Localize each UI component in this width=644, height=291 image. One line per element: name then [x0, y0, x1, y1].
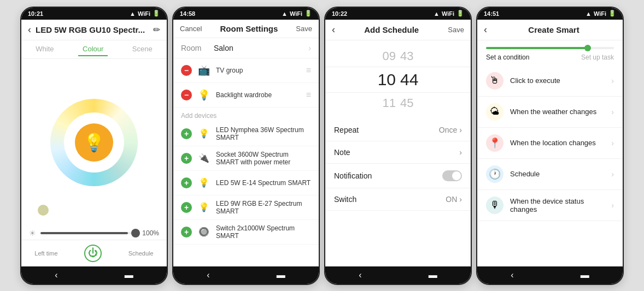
smart-item-1[interactable]: 🌤 When the weather changes › [477, 97, 623, 128]
weather-icon: 🌤 [490, 106, 500, 117]
brightness-value: 100% [142, 229, 159, 237]
schedule-smart-label: Schedule [510, 170, 605, 178]
cancel-button[interactable]: Cancel [180, 25, 202, 33]
nav-home-icon-3[interactable]: ▬ [429, 270, 437, 280]
room-chevron-icon[interactable]: › [308, 44, 311, 52]
note-chevron-icon: › [459, 148, 462, 157]
remove-tv-button[interactable]: − [181, 65, 192, 76]
location-icon: 📍 [489, 137, 501, 149]
tab-white[interactable]: White [31, 43, 58, 56]
nav-bar-3: ‹ ▬ [325, 266, 471, 284]
save-button-2[interactable]: Save [296, 25, 312, 33]
time-row-0[interactable]: 09 43 [325, 46, 471, 67]
brightness-row: ☀ 100% [21, 227, 167, 240]
location-chevron-icon: › [611, 139, 614, 147]
nav-back-icon-3[interactable]: ‹ [359, 270, 361, 280]
click-icon: 🖱 [490, 75, 500, 86]
remove-backlight-button[interactable]: − [181, 90, 192, 100]
switch-value: ON › [446, 195, 462, 204]
save-button-3[interactable]: Save [448, 26, 464, 34]
add-switch-button[interactable]: + [181, 227, 192, 237]
notification-row: Notification [325, 164, 471, 188]
color-wheel-area[interactable]: 💡 [21, 59, 167, 227]
nav-home-icon-4[interactable]: ▬ [581, 270, 589, 280]
progress-thumb [584, 45, 591, 51]
device-status-icon-box: 🎙 [486, 197, 504, 214]
p1-header: ‹ LED 5W RGB GU10 Spectr... ✏ [21, 20, 167, 40]
phone1-content: ‹ LED 5W RGB GU10 Spectr... ✏ White Colo… [21, 20, 167, 266]
time-row-2[interactable]: 11 45 [325, 93, 471, 114]
schedule-chevron-icon: › [611, 170, 614, 179]
add-device-3[interactable]: + 💡 LED 9W RGB E-27 Spectrum SMART [173, 195, 319, 220]
switch-val-text: ON [446, 195, 457, 204]
smart-item-4[interactable]: 🎙 When the device status changes › [477, 190, 623, 221]
task-tab[interactable]: Set up task [581, 54, 614, 61]
time-3: 10:22 [332, 10, 347, 17]
add-device-2[interactable]: + 💡 LED 5W E-14 Spectrum SMART [173, 171, 319, 195]
condition-tab[interactable]: Set a condition [486, 54, 529, 61]
drag-handle-tv[interactable]: ≡ [306, 66, 311, 75]
time-row-1[interactable]: 10 44 [325, 67, 471, 93]
left-time-item: Left time [34, 250, 57, 257]
brightness-slider[interactable] [40, 232, 138, 234]
back-button-1[interactable]: ‹ [28, 24, 31, 35]
backlight-icon: 💡 [198, 89, 210, 101]
nav-back-icon-4[interactable]: ‹ [511, 270, 513, 280]
power-item[interactable]: ⏻ [84, 245, 102, 262]
phone-4: 14:51 ▲ WiFi 🔋 ‹ Create Smart Set a cond… [476, 7, 624, 285]
status-icons-3: ▲ WiFi 🔋 [434, 10, 464, 17]
left-time-label: Left time [34, 250, 57, 257]
nav-back-icon[interactable]: ‹ [55, 270, 57, 280]
tab-scene[interactable]: Scene [128, 43, 157, 56]
drag-handle-backlight[interactable]: ≡ [306, 90, 311, 100]
smart-item-2[interactable]: 📍 When the location changes › [477, 128, 623, 159]
battery-icon: 🔋 [153, 10, 160, 17]
color-ring[interactable]: 💡 [50, 99, 138, 186]
notification-label: Notification [334, 171, 372, 180]
smart-item-0[interactable]: 🖱 Click to execute › [477, 66, 623, 97]
switch-device-name: Switch 2x1000W Spectrum SMART [216, 224, 311, 240]
min-0: 43 [400, 49, 413, 63]
notification-toggle[interactable] [442, 170, 462, 181]
add-device-1[interactable]: + 🔌 Socket 3600W Spectrum SMART with pow… [173, 146, 319, 171]
back-button-4[interactable]: ‹ [484, 24, 487, 35]
add-led2-button[interactable]: + [181, 177, 192, 188]
smart-item-3[interactable]: 🕐 Schedule › [477, 159, 623, 190]
nav-home-icon-2[interactable]: ▬ [277, 270, 285, 280]
room-settings-title: Room Settings [220, 24, 278, 33]
phone4-content: ‹ Create Smart Set a condition Set up ta… [477, 20, 623, 266]
nav-home-icon[interactable]: ▬ [125, 270, 133, 280]
status-bar-2: 14:58 ▲ WiFi 🔋 [173, 8, 319, 20]
p4-header: ‹ Create Smart [477, 20, 623, 40]
note-row[interactable]: Note › [325, 141, 471, 164]
power-button[interactable]: ⏻ [84, 245, 102, 262]
add-devices-label: Add devices [173, 108, 319, 122]
add-socket-button[interactable]: + [181, 153, 192, 164]
tab-colour[interactable]: Colour [78, 43, 108, 56]
edit-icon[interactable]: ✏ [153, 25, 160, 35]
schedule-item[interactable]: Schedule [128, 250, 154, 257]
color-selector[interactable] [38, 205, 49, 216]
led2-device-name: LED 5W E-14 Spectrum SMART [216, 179, 311, 187]
slider-thumb[interactable] [131, 229, 140, 237]
time-1: 10:21 [28, 10, 43, 17]
led-icon: 💡 [198, 128, 209, 139]
min-1: 44 [400, 70, 418, 89]
add-device-4[interactable]: + 🔘 Switch 2x1000W Spectrum SMART [173, 220, 319, 245]
switch-row[interactable]: Switch ON › [325, 188, 471, 211]
slider-fill [40, 232, 128, 234]
status-bar-3: 10:22 ▲ WiFi 🔋 [325, 8, 471, 20]
schedule-label: Schedule [128, 250, 154, 257]
add-led-button[interactable]: + [181, 128, 192, 139]
add-rgb-button[interactable]: + [181, 202, 192, 213]
hour-0: 09 [383, 49, 396, 63]
nav-back-icon-2[interactable]: ‹ [207, 270, 209, 280]
repeat-row[interactable]: Repeat Once › [325, 119, 471, 141]
back-button-3[interactable]: ‹ [332, 24, 335, 35]
time-picker: 09 43 10 44 11 45 [325, 40, 471, 119]
add-device-0[interactable]: + 💡 LED Nymphea 36W Spectrum SMART [173, 122, 319, 146]
device-status-chevron-icon: › [611, 201, 614, 210]
switch-chevron-icon: › [459, 195, 462, 204]
progress-bar [486, 47, 614, 49]
bulb-center[interactable]: 💡 [75, 123, 113, 162]
